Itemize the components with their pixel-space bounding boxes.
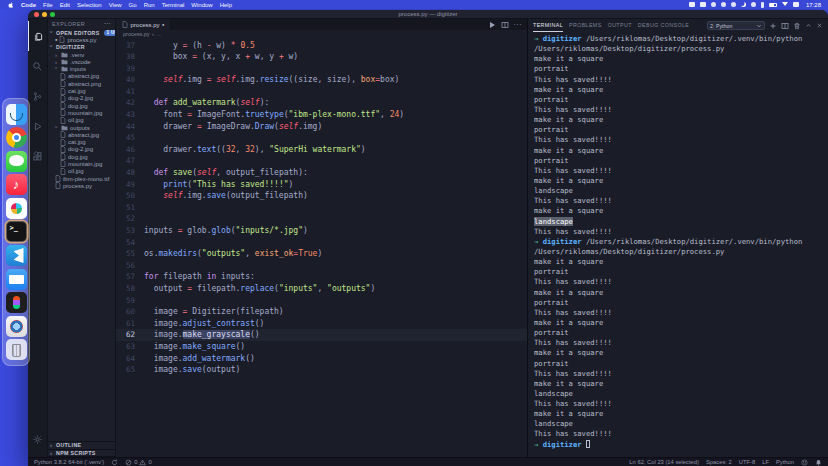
breadcrumb-more[interactable]: … — [157, 31, 163, 37]
explorer-section-open-editors[interactable]: ›OPEN EDITORS1 UNSAVED — [48, 29, 115, 36]
status-lf[interactable]: LF — [762, 459, 769, 465]
menu-terminal[interactable]: Terminal — [162, 2, 185, 8]
menu-file[interactable]: File — [43, 2, 53, 8]
kill-terminal-icon[interactable] — [793, 22, 801, 30]
settings-gear-icon[interactable] — [28, 424, 48, 454]
split-editor-icon[interactable] — [501, 21, 509, 29]
panel-tab-output[interactable]: OUTPUT — [608, 20, 632, 32]
code-line-64[interactable]: 64 image.add_watermark() — [116, 353, 527, 365]
explorer-more-actions-icon[interactable]: ⋯ — [104, 20, 111, 28]
camera-icon[interactable] — [731, 2, 736, 7]
extensions-icon[interactable] — [28, 141, 48, 171]
code-line-56[interactable]: 56 — [116, 260, 527, 272]
code-line-48[interactable]: 48 def save(self, output_filepath): — [116, 167, 527, 179]
menu-help[interactable]: Help — [220, 2, 232, 8]
code-line-65[interactable]: 65 image.save(output) — [116, 364, 527, 376]
explorer-item-oil-jpg[interactable]: oil.jpg — [48, 168, 115, 175]
explorer-icon[interactable] — [28, 21, 48, 51]
dock-terminal-icon[interactable] — [6, 221, 27, 242]
screen-mirroring-icon[interactable] — [689, 2, 695, 7]
explorer-item-mountain-jpg[interactable]: mountain.jpg — [48, 109, 115, 116]
python-interpreter-status[interactable]: Python 3.8.2 64-bit ('.venv') — [34, 459, 104, 465]
dock-trash-icon[interactable] — [6, 339, 27, 360]
modified-dot-icon[interactable]: ● — [162, 23, 164, 27]
menu-run[interactable]: Run — [144, 2, 155, 8]
sync-icon[interactable] — [111, 459, 118, 466]
refresh-icon[interactable] — [751, 2, 756, 7]
explorer-item-mountain-jpg[interactable]: mountain.jpg — [48, 160, 115, 167]
code-line-61[interactable]: 61 image.adjust_contrast() — [116, 318, 527, 330]
display-icon[interactable] — [793, 2, 799, 7]
code-line-60[interactable]: 60 image = Digitizer(filepath) — [116, 306, 527, 318]
dock-figma-icon[interactable] — [6, 292, 27, 313]
explorer-item-inputs[interactable]: ›inputs — [48, 65, 115, 72]
code-line-47[interactable]: 47 — [116, 155, 527, 167]
status-spaces-2[interactable]: Spaces: 2 — [706, 459, 732, 465]
code-line-52[interactable]: 52 — [116, 213, 527, 225]
code-line-40[interactable]: 40 self.img = self.img.resize((size, siz… — [116, 74, 527, 86]
dock-slack-icon[interactable] — [6, 198, 27, 219]
run-python-file-button[interactable] — [488, 21, 496, 29]
code-line-55[interactable]: 55os.makedirs("outputs", exist_ok=True) — [116, 248, 527, 260]
code-line-49[interactable]: 49 print("This has saved!!!!") — [116, 179, 527, 191]
dock-mail-icon[interactable] — [6, 269, 27, 290]
breadcrumb-file[interactable]: process.py — [123, 31, 150, 37]
code-line-62[interactable]: 62 image.make_grayscale() — [116, 329, 527, 341]
menu-edit[interactable]: Edit — [60, 2, 70, 8]
dock-vscode-icon[interactable] — [6, 245, 27, 266]
tab-process-py[interactable]: process.py ● — [116, 19, 171, 30]
shell-selector-dropdown[interactable]: 2: Python — [707, 21, 765, 30]
wifi-icon[interactable] — [782, 2, 788, 7]
explorer-item-outputs[interactable]: ›outputs — [48, 124, 115, 131]
dock-music-icon[interactable] — [6, 174, 27, 195]
zoom-window-button[interactable] — [50, 12, 55, 17]
bluetooth-icon[interactable] — [761, 2, 764, 8]
panel-tab-debug-console[interactable]: DEBUG CONSOLE — [638, 20, 689, 32]
meet-icon[interactable] — [721, 2, 726, 7]
explorer-item-abstract-png[interactable]: abstract.png — [48, 80, 115, 87]
window-title-bar[interactable]: process.py — digitizer — [28, 10, 828, 19]
dock-chrome-icon[interactable] — [6, 127, 27, 148]
menu-bar-clock[interactable]: 17:28 — [806, 2, 821, 8]
panel-tab-problems[interactable]: PROBLEMS — [569, 20, 602, 32]
code-line-42[interactable]: 42 def add_watermark(self): — [116, 97, 527, 109]
terminal-output[interactable]: → digitizer /Users/riklomas/Desktop/digi… — [528, 32, 828, 457]
moon-icon[interactable] — [741, 2, 746, 7]
status-python[interactable]: Python — [776, 459, 794, 465]
menu-window[interactable]: Window — [191, 2, 212, 8]
code-line-63[interactable]: 63 image.make_square() — [116, 341, 527, 353]
folder-icon[interactable] — [700, 2, 706, 7]
menu-view[interactable]: View — [109, 2, 122, 8]
code-line-54[interactable]: 54 — [116, 237, 527, 249]
explorer-item--vscode[interactable]: ›.vscode — [48, 58, 115, 65]
explorer-item-oil-jpg[interactable]: oil.jpg — [48, 117, 115, 124]
stats-icon[interactable] — [711, 2, 716, 7]
dock-messages-icon[interactable] — [6, 151, 27, 172]
code-line-41[interactable]: 41 — [116, 86, 527, 98]
explorer-item-process-py[interactable]: process.py — [48, 182, 115, 189]
breadcrumb[interactable]: process.py › … — [116, 30, 527, 38]
explorer-item--venv[interactable]: ›.venv — [48, 51, 115, 58]
code-line-45[interactable]: 45 — [116, 132, 527, 144]
explorer-section-npm-scripts[interactable]: ›NPM SCRIPTS — [48, 450, 115, 458]
minimize-window-button[interactable] — [42, 12, 47, 17]
run-debug-icon[interactable] — [28, 111, 48, 141]
battery-icon[interactable] — [769, 3, 777, 7]
code-line-38[interactable]: 38 box = (x, y, x + w, y + w) — [116, 51, 527, 63]
explorer-item-ibm-plex-mono-ttf[interactable]: ibm-plex-mono.ttf — [48, 175, 115, 182]
code-line-39[interactable]: 39 — [116, 63, 527, 75]
explorer-item-dog-2-jpg[interactable]: dog-2.jpg — [48, 146, 115, 153]
diagnostics-status[interactable]: 0 0 — [125, 459, 151, 466]
code-line-43[interactable]: 43 font = ImageFont.truetype("ibm-plex-m… — [116, 109, 527, 121]
dock-photo-booth-icon[interactable] — [6, 316, 27, 337]
bell-icon[interactable] — [815, 459, 822, 466]
menu-selection[interactable]: Selection — [77, 2, 102, 8]
code-line-51[interactable]: 51 — [116, 202, 527, 214]
code-lines[interactable]: 37 y = (h - w) * 0.538 box = (x, y, x + … — [116, 38, 527, 458]
explorer-section-digitizer[interactable]: ›DIGITIZER — [48, 44, 115, 51]
status-utf-8[interactable]: UTF-8 — [739, 459, 755, 465]
dock-finder-icon[interactable] — [6, 104, 27, 125]
source-control-icon[interactable] — [28, 81, 48, 111]
apple-icon[interactable] — [7, 1, 14, 9]
code-line-37[interactable]: 37 y = (h - w) * 0.5 — [116, 40, 527, 52]
